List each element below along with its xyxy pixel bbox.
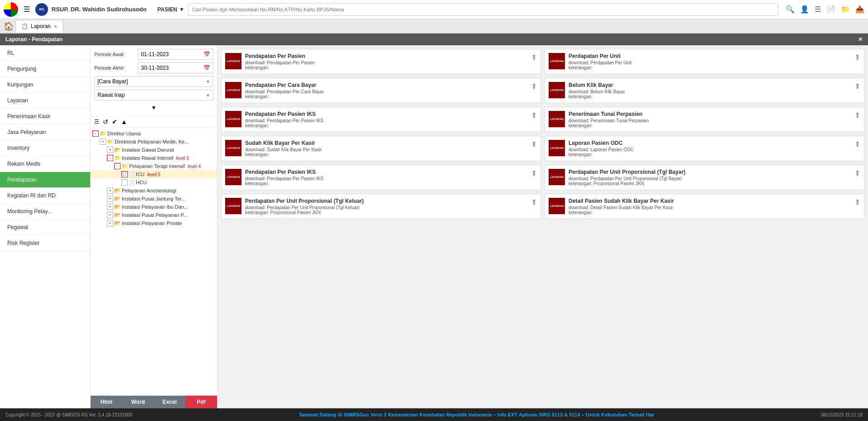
tree-node-direktur-utama[interactable]: - 📁 Direktur Utama (91, 129, 217, 138)
tree-expand-jantung-icon[interactable]: + (107, 196, 113, 202)
sidebar: RL Pengunjung Kunjungan Layanan Penerima… (0, 45, 91, 408)
report-keterangan-2: keterangan: (245, 94, 527, 99)
patient-search-input[interactable] (188, 3, 778, 16)
download-action-icon-7[interactable]: ⬆ (854, 140, 860, 148)
report-card-7[interactable]: LAPORAN Laporan Pasien ODC download: Lap… (545, 136, 864, 161)
download-action-icon-0[interactable]: ⬆ (531, 53, 537, 62)
download-action-icon-8[interactable]: ⬆ (531, 169, 537, 177)
sidebar-item-rekam-medis[interactable]: Rekam Medis (0, 156, 90, 172)
tree-node-anestesiologi[interactable]: + 📂 Pelayanan Anestesiologi (91, 187, 217, 195)
home-button[interactable]: 🏠 (4, 21, 14, 31)
tree-node-pelayanan-p[interactable]: + 📂 Instalasi Pusat Pelayanan P... (91, 211, 217, 219)
tree-expand-igd-icon[interactable]: + (107, 147, 113, 153)
collapse-filter-button[interactable]: ▼ (94, 103, 213, 112)
tree-expand-hcu-icon[interactable] (121, 179, 128, 186)
download-action-icon-4[interactable]: ⬆ (531, 111, 537, 120)
tree-expand-anest-icon[interactable]: + (107, 187, 113, 194)
tree-expand-terapi-icon[interactable]: - (114, 163, 121, 169)
sidebar-item-pengunjung[interactable]: Pengunjung (0, 61, 90, 77)
periode-awal-input[interactable]: 01-11-2023 📅 (138, 49, 213, 60)
download-action-icon-3[interactable]: ⬆ (854, 82, 860, 91)
pdf-export-button[interactable]: Pdf (185, 396, 217, 408)
document-icon-button[interactable]: 📄 (826, 5, 835, 14)
report-card-5[interactable]: LAPORAN Penerimaan Tunai Perpasien downl… (545, 107, 864, 132)
download-action-icon-5[interactable]: ⬆ (854, 111, 860, 120)
search-icon-button[interactable]: 🔍 (786, 5, 795, 14)
report-card-0[interactable]: LAPORAN Pendapatan Per Pasien download: … (221, 49, 541, 74)
tree-expand-ibu-icon[interactable]: + (107, 204, 113, 210)
folder-icon: 📁 (100, 130, 106, 137)
marquee-text: Selamat Datang di SIMRSGos Versi 2 Kemen… (299, 412, 654, 417)
tree-label-ibu: Instalasi Pelayanan Ibu Dan... (122, 204, 188, 210)
download-action-icon-10[interactable]: ⬆ (531, 198, 537, 206)
download-action-icon-6[interactable]: ⬆ (531, 140, 537, 148)
tree-node-igd[interactable]: + 📂 Instalasi Gawat Darurat (91, 146, 217, 154)
list-icon-button[interactable]: ☰ (815, 5, 821, 14)
report-card-1[interactable]: LAPORAN Perdapatan Per Unit download: Pe… (545, 49, 864, 74)
tree-expand-minus-icon[interactable]: - (92, 130, 99, 137)
hamburger-button[interactable]: ☰ (22, 3, 32, 15)
sidebar-item-inventory[interactable]: Inventory (0, 140, 90, 156)
tree-expand-icu-icon[interactable]: □ (121, 171, 128, 177)
rawat-inap-select[interactable]: Rawat Inap ▼ (94, 90, 213, 100)
tree-reset-button[interactable]: ↺ (103, 118, 108, 125)
cara-bayar-select[interactable]: [Cara Bayar] ▼ (94, 76, 213, 87)
tab-laporan[interactable]: 📋 Laporan ✕ (15, 20, 63, 33)
folder-icon-button[interactable]: 📁 (841, 5, 850, 14)
add-user-icon-button[interactable]: 👤 (800, 5, 809, 14)
tree-expand-pelp-icon[interactable]: + (107, 212, 113, 218)
sidebar-item-pendapatan[interactable]: Pendapatan (0, 172, 90, 188)
tree-check-button[interactable]: ✔ (112, 118, 117, 125)
tree-label-direktorat: Direktorat Pelayanan Medik, Ke... (115, 139, 189, 144)
tree-node-ibu[interactable]: + 📂 Instalasi Pelayanan Ibu Dan... (91, 203, 217, 211)
tree-node-rawat-intensif[interactable]: - 📁 Instalasi Rawat Intensif level 3 (91, 154, 217, 162)
report-card-11[interactable]: LAPORAN Detail Pasien Sudah Klik Bayar P… (545, 194, 864, 219)
sidebar-item-monitoring[interactable]: Monitoring Pelay... (0, 204, 90, 220)
tree-node-jantung[interactable]: + 📂 Instalasi Pusat Jantung Ter... (91, 195, 217, 203)
hospital-logo-icon: RS (35, 3, 48, 16)
sidebar-item-rl[interactable]: RL (0, 45, 90, 61)
report-card-6[interactable]: LAPORAN Sudah Klik Bayar Per Kasir downl… (221, 136, 541, 161)
tree-node-private[interactable]: + 📂 Instalasi Pelayanan Private (91, 219, 217, 227)
pasien-dropdown-button[interactable]: PASIEN ▼ (157, 6, 184, 13)
sidebar-item-layanan[interactable]: Layanan (0, 93, 90, 109)
tree-expand-button[interactable]: ▲ (121, 118, 127, 125)
tree-toolbar: ☰ ↺ ✔ ▲ (91, 116, 217, 128)
tree-label-priv: Instalasi Pelayanan Private (122, 220, 182, 226)
collapse-header-icon[interactable]: ✕ (858, 36, 863, 43)
download-action-icon-9[interactable]: ⬆ (854, 169, 860, 177)
report-card-10[interactable]: LAPORAN Perdapatan Per Unit Proporsional… (221, 194, 541, 219)
sidebar-item-risk-register[interactable]: Risk Register (0, 235, 90, 251)
tree-expand-plus-icon[interactable]: + (100, 139, 106, 145)
tree-node-terapi-intensif[interactable]: - 📁 Pelayanan Terapi Intensif level 4 (91, 162, 217, 170)
bottom-bar: Copyright © 2015 - 2023 @ SIMGOS RS Ver.… (0, 408, 868, 421)
tree-expand-intensif-icon[interactable]: - (107, 155, 113, 161)
excel-export-button[interactable]: Excel (154, 396, 186, 408)
report-card-4[interactable]: LAPORAN Pendapatan Per Pasien IKS downlo… (221, 107, 541, 132)
download-action-icon-2[interactable]: ⬆ (531, 82, 537, 91)
report-card-9[interactable]: LAPORAN Perdapatan Per Unit Proporsional… (545, 165, 864, 190)
sidebar-item-jasa-pelayanan[interactable]: Jasa Pelayanan (0, 124, 90, 140)
tree-expand-priv-icon[interactable]: + (107, 220, 113, 226)
word-export-button[interactable]: Word (122, 396, 154, 408)
tree-node-direktorat-medik[interactable]: + 📁 Direktorat Pelayanan Medik, Ke... (91, 138, 217, 146)
download-action-icon-11[interactable]: ⬆ (854, 198, 860, 206)
sidebar-item-pegawai[interactable]: Pegawai (0, 220, 90, 235)
report-thumb-9: LAPORAN (549, 169, 565, 185)
report-card-2[interactable]: LAPORAN Pendapatan Per Cara Bayar downlo… (221, 78, 541, 103)
tree-node-icu[interactable]: □ 📄 ICU level 5 (91, 170, 217, 178)
report-card-8[interactable]: LAPORAN Pendapatan Per Pasien IKS downlo… (221, 165, 541, 190)
sidebar-item-kegiatan-ri[interactable]: Kegiatan RI dan RD (0, 188, 90, 204)
tab-close-button[interactable]: ✕ (53, 24, 57, 29)
report-card-3[interactable]: LAPORAN Belum Klik Bayar download: Belum… (545, 78, 864, 103)
html-export-button[interactable]: Html (91, 396, 122, 408)
tree-node-hcu[interactable]: 📄 HCU (91, 178, 217, 187)
report-info-8: Pendapatan Per Pasien IKS download: Pend… (245, 169, 527, 186)
sidebar-item-penerimaan-kasir[interactable]: Penerimaan Kasir (0, 109, 90, 124)
sidebar-item-kunjungan[interactable]: Kunjungan (0, 77, 90, 93)
periode-akhir-input[interactable]: 30-11-2023 📅 (138, 62, 213, 73)
export-icon-button[interactable]: 📤 (855, 5, 864, 14)
report-title-4: Pendapatan Per Pasien IKS (245, 111, 527, 117)
download-action-icon-1[interactable]: ⬆ (854, 53, 860, 62)
cara-bayar-arrow-icon: ▼ (206, 79, 210, 84)
